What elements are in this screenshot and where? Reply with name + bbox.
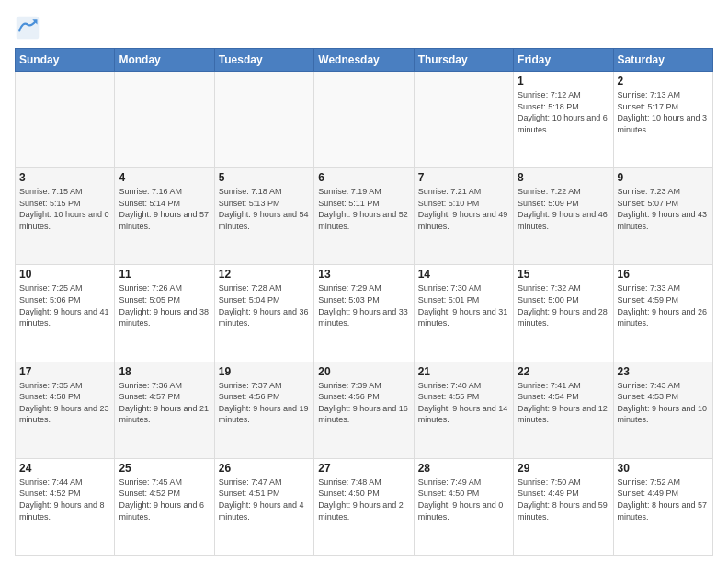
calendar-cell: 20Sunrise: 7:39 AM Sunset: 4:56 PM Dayli… (314, 362, 414, 458)
day-info: Sunrise: 7:44 AM Sunset: 4:52 PM Dayligh… (19, 477, 110, 523)
day-info: Sunrise: 7:36 AM Sunset: 4:57 PM Dayligh… (119, 380, 210, 426)
calendar-cell: 14Sunrise: 7:30 AM Sunset: 5:01 PM Dayli… (414, 265, 513, 362)
day-number: 16 (618, 268, 709, 281)
day-number: 12 (219, 268, 310, 281)
calendar-cell: 18Sunrise: 7:36 AM Sunset: 4:57 PM Dayli… (115, 362, 214, 458)
day-info: Sunrise: 7:32 AM Sunset: 5:00 PM Dayligh… (518, 282, 609, 328)
day-number: 30 (618, 462, 709, 475)
calendar-cell: 5Sunrise: 7:18 AM Sunset: 5:13 PM Daylig… (214, 168, 313, 265)
day-info: Sunrise: 7:47 AM Sunset: 4:51 PM Dayligh… (219, 477, 310, 523)
day-number: 14 (418, 268, 509, 281)
calendar-row-1: 3Sunrise: 7:15 AM Sunset: 5:15 PM Daylig… (16, 168, 713, 265)
calendar-cell: 8Sunrise: 7:22 AM Sunset: 5:09 PM Daylig… (514, 168, 613, 265)
calendar-cell: 15Sunrise: 7:32 AM Sunset: 5:00 PM Dayli… (514, 265, 613, 362)
day-number: 9 (618, 171, 709, 184)
day-number: 17 (19, 365, 110, 378)
calendar-cell: 11Sunrise: 7:26 AM Sunset: 5:05 PM Dayli… (115, 265, 214, 362)
day-number: 23 (618, 365, 709, 378)
day-number: 11 (119, 268, 210, 281)
day-number: 10 (19, 268, 110, 281)
calendar-cell: 7Sunrise: 7:21 AM Sunset: 5:10 PM Daylig… (414, 168, 513, 265)
calendar-cell: 12Sunrise: 7:28 AM Sunset: 5:04 PM Dayli… (214, 265, 313, 362)
day-info: Sunrise: 7:15 AM Sunset: 5:15 PM Dayligh… (19, 186, 110, 232)
calendar-cell: 21Sunrise: 7:40 AM Sunset: 4:55 PM Dayli… (414, 362, 513, 458)
calendar-cell: 9Sunrise: 7:23 AM Sunset: 5:07 PM Daylig… (613, 168, 712, 265)
calendar-cell: 23Sunrise: 7:43 AM Sunset: 4:53 PM Dayli… (613, 362, 712, 458)
calendar-cell: 4Sunrise: 7:16 AM Sunset: 5:14 PM Daylig… (115, 168, 214, 265)
calendar-cell: 24Sunrise: 7:44 AM Sunset: 4:52 PM Dayli… (16, 458, 115, 555)
day-number: 26 (219, 462, 310, 475)
day-info: Sunrise: 7:22 AM Sunset: 5:09 PM Dayligh… (518, 186, 609, 232)
calendar-cell: 28Sunrise: 7:49 AM Sunset: 4:50 PM Dayli… (414, 458, 513, 555)
day-number: 21 (418, 365, 509, 378)
day-number: 2 (618, 75, 709, 87)
col-header-sunday: Sunday (16, 49, 115, 72)
col-header-saturday: Saturday (613, 49, 712, 72)
day-info: Sunrise: 7:41 AM Sunset: 4:54 PM Dayligh… (518, 380, 609, 426)
day-info: Sunrise: 7:12 AM Sunset: 5:18 PM Dayligh… (518, 89, 609, 135)
day-number: 4 (119, 171, 210, 184)
calendar-cell: 17Sunrise: 7:35 AM Sunset: 4:58 PM Dayli… (16, 362, 115, 458)
calendar-cell: 25Sunrise: 7:45 AM Sunset: 4:52 PM Dayli… (115, 458, 214, 555)
calendar-cell: 26Sunrise: 7:47 AM Sunset: 4:51 PM Dayli… (214, 458, 313, 555)
day-info: Sunrise: 7:16 AM Sunset: 5:14 PM Dayligh… (119, 186, 210, 232)
day-info: Sunrise: 7:30 AM Sunset: 5:01 PM Dayligh… (418, 282, 509, 328)
day-info: Sunrise: 7:43 AM Sunset: 4:53 PM Dayligh… (618, 380, 709, 426)
calendar-cell: 30Sunrise: 7:52 AM Sunset: 4:49 PM Dayli… (613, 458, 712, 555)
calendar-cell: 1Sunrise: 7:12 AM Sunset: 5:18 PM Daylig… (514, 72, 613, 168)
day-info: Sunrise: 7:48 AM Sunset: 4:50 PM Dayligh… (318, 477, 409, 523)
day-number: 28 (418, 462, 509, 475)
day-info: Sunrise: 7:28 AM Sunset: 5:04 PM Dayligh… (219, 282, 310, 328)
calendar-cell: 22Sunrise: 7:41 AM Sunset: 4:54 PM Dayli… (514, 362, 613, 458)
day-number: 25 (119, 462, 210, 475)
day-info: Sunrise: 7:18 AM Sunset: 5:13 PM Dayligh… (219, 186, 310, 232)
day-info: Sunrise: 7:50 AM Sunset: 4:49 PM Dayligh… (518, 477, 609, 523)
day-number: 20 (318, 365, 409, 378)
day-info: Sunrise: 7:35 AM Sunset: 4:58 PM Dayligh… (19, 380, 110, 426)
day-number: 19 (219, 365, 310, 378)
calendar-cell: 3Sunrise: 7:15 AM Sunset: 5:15 PM Daylig… (16, 168, 115, 265)
calendar-row-4: 24Sunrise: 7:44 AM Sunset: 4:52 PM Dayli… (16, 458, 713, 555)
calendar-row-2: 10Sunrise: 7:25 AM Sunset: 5:06 PM Dayli… (16, 265, 713, 362)
calendar-row-0: 1Sunrise: 7:12 AM Sunset: 5:18 PM Daylig… (16, 72, 713, 168)
calendar-cell (16, 72, 115, 168)
day-number: 27 (318, 462, 409, 475)
header-row: SundayMondayTuesdayWednesdayThursdayFrid… (16, 49, 713, 72)
day-info: Sunrise: 7:45 AM Sunset: 4:52 PM Dayligh… (119, 477, 210, 523)
day-number: 24 (19, 462, 110, 475)
calendar-cell: 29Sunrise: 7:50 AM Sunset: 4:49 PM Dayli… (514, 458, 613, 555)
day-info: Sunrise: 7:39 AM Sunset: 4:56 PM Dayligh… (318, 380, 409, 426)
day-number: 7 (418, 171, 509, 184)
day-info: Sunrise: 7:26 AM Sunset: 5:05 PM Dayligh… (119, 282, 210, 328)
day-info: Sunrise: 7:21 AM Sunset: 5:10 PM Dayligh… (418, 186, 509, 232)
calendar-cell: 13Sunrise: 7:29 AM Sunset: 5:03 PM Dayli… (314, 265, 414, 362)
col-header-tuesday: Tuesday (214, 49, 313, 72)
calendar-cell (414, 72, 513, 168)
calendar-cell: 19Sunrise: 7:37 AM Sunset: 4:56 PM Dayli… (214, 362, 313, 458)
day-info: Sunrise: 7:37 AM Sunset: 4:56 PM Dayligh… (219, 380, 310, 426)
day-number: 15 (518, 268, 609, 281)
calendar-table: SundayMondayTuesdayWednesdayThursdayFrid… (15, 48, 713, 556)
day-number: 13 (318, 268, 409, 281)
day-info: Sunrise: 7:33 AM Sunset: 4:59 PM Dayligh… (618, 282, 709, 328)
day-info: Sunrise: 7:52 AM Sunset: 4:49 PM Dayligh… (618, 477, 709, 523)
col-header-thursday: Thursday (414, 49, 513, 72)
calendar-cell: 2Sunrise: 7:13 AM Sunset: 5:17 PM Daylig… (613, 72, 712, 168)
day-number: 22 (518, 365, 609, 378)
day-info: Sunrise: 7:23 AM Sunset: 5:07 PM Dayligh… (618, 186, 709, 232)
calendar-cell: 6Sunrise: 7:19 AM Sunset: 5:11 PM Daylig… (314, 168, 414, 265)
day-info: Sunrise: 7:40 AM Sunset: 4:55 PM Dayligh… (418, 380, 509, 426)
calendar-cell (314, 72, 414, 168)
day-number: 8 (518, 171, 609, 184)
day-number: 3 (19, 171, 110, 184)
col-header-monday: Monday (115, 49, 214, 72)
calendar-cell: 10Sunrise: 7:25 AM Sunset: 5:06 PM Dayli… (16, 265, 115, 362)
col-header-wednesday: Wednesday (314, 49, 414, 72)
col-header-friday: Friday (514, 49, 613, 72)
calendar-cell (115, 72, 214, 168)
day-info: Sunrise: 7:13 AM Sunset: 5:17 PM Dayligh… (618, 89, 709, 135)
day-number: 5 (219, 171, 310, 184)
calendar-cell: 27Sunrise: 7:48 AM Sunset: 4:50 PM Dayli… (314, 458, 414, 555)
day-number: 1 (518, 75, 609, 87)
day-info: Sunrise: 7:29 AM Sunset: 5:03 PM Dayligh… (318, 282, 409, 328)
